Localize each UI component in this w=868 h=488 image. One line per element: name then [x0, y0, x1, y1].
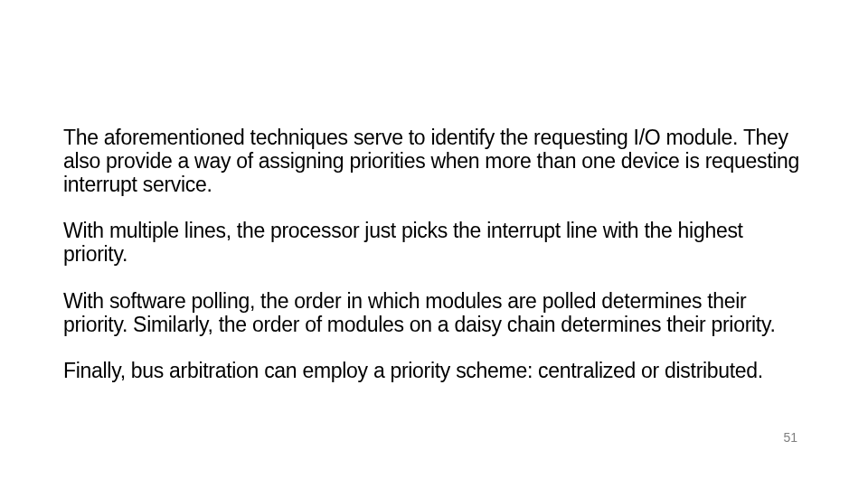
page-number: 51 [783, 430, 797, 445]
paragraph-2: With multiple lines, the processor just … [63, 220, 805, 267]
paragraph-4: Finally, bus arbitration can employ a pr… [63, 360, 805, 383]
paragraph-3: With software polling, the order in whic… [63, 290, 805, 337]
slide: The aforementioned techniques serve to i… [0, 0, 868, 488]
paragraph-1: The aforementioned techniques serve to i… [63, 127, 805, 196]
